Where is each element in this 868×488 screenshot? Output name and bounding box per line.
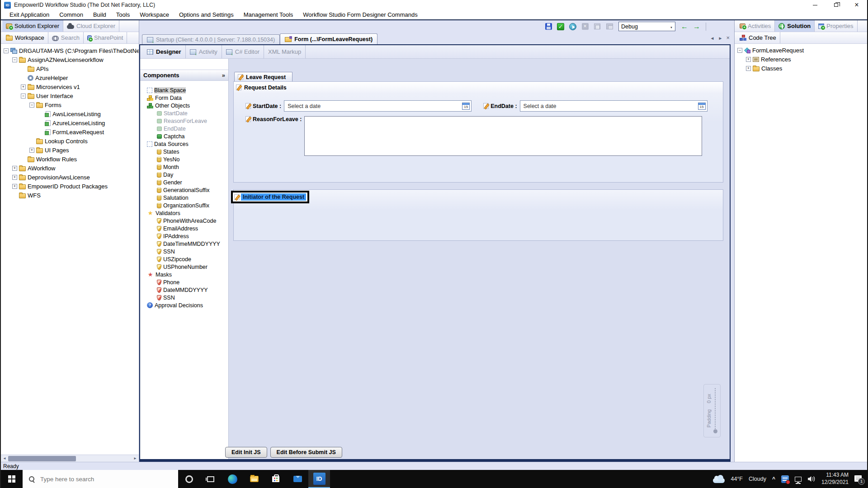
startdate-input[interactable]: Select a date 15 [284,100,472,112]
tree-item[interactable]: Forms [2,100,139,109]
tab-properties[interactable]: Properties [815,20,857,32]
component-item[interactable]: Form Data [140,94,228,102]
menu-build[interactable]: Build [88,10,111,19]
horizontal-scrollbar[interactable]: ◄ ► [1,455,139,462]
component-item[interactable]: USPhoneNumber [140,263,228,271]
component-item[interactable]: Salutation [140,194,228,202]
start-button[interactable] [1,470,23,488]
edit-pencil-icon[interactable] [245,116,251,122]
maximize-button[interactable] [826,0,846,10]
tab-activities[interactable]: Activities [736,20,775,32]
tab-workspace[interactable]: Workspace [2,32,48,43]
edit-before-submit-js-button[interactable]: Edit Before Submit JS [270,447,342,458]
taskbar-app-edge[interactable] [222,470,243,488]
tab-search[interactable]: Search [48,32,84,43]
component-item[interactable]: EmailAddress [140,225,228,232]
component-item[interactable]: Phone [140,278,228,286]
expander-minus-icon[interactable] [12,57,17,62]
component-item[interactable]: Day [140,171,228,178]
taskbar-app-cortana[interactable] [178,470,200,488]
tree-item[interactable]: UI Pages [2,145,139,155]
edit-init-js-button[interactable]: Edit Init JS [225,447,267,458]
tab-designer[interactable]: Designer [143,45,186,58]
reason-textarea[interactable] [304,116,702,156]
component-item[interactable]: DateTimeMMDDYYYY [140,240,228,248]
form-canvas[interactable]: Leave Request Request Details StartDate … [229,59,730,459]
expander-plus-icon[interactable] [746,66,751,71]
taskbar-clock[interactable]: 11:43 AM 12/29/2021 [821,472,849,486]
close-button[interactable] [846,0,867,10]
tab-xml-markup[interactable]: XML Markup [264,45,306,58]
request-details-header[interactable]: Request Details [234,82,723,93]
tab-scroll-left-icon[interactable] [710,36,715,41]
component-item[interactable]: GenerationalSuffix [140,186,228,194]
tree-item[interactable]: Lookup Controls [2,136,139,145]
expander-plus-icon[interactable] [12,166,17,171]
tab-activity[interactable]: Activity [186,45,222,58]
tree-item[interactable]: User Interface [2,91,139,100]
menu-common[interactable]: Common [54,10,88,19]
calendar-icon[interactable]: 15 [698,103,706,110]
tree-item[interactable]: AssignAZNewLicenseorkflow [2,55,139,64]
navigate-forward-button[interactable]: → [692,22,702,32]
expander-minus-icon[interactable] [29,103,34,108]
tree-item[interactable]: AzureLicenseListing [2,118,139,127]
notification-area[interactable]: 1 [854,475,862,483]
menu-management-tools[interactable]: Management Tools [239,10,298,19]
save-button[interactable] [543,22,553,32]
menu-tools[interactable]: Tools [111,10,135,19]
taskbar-search[interactable] [23,470,178,488]
component-item[interactable]: Blank Space [140,86,228,94]
validate-button[interactable] [556,22,566,32]
scroll-right-button[interactable]: ► [132,455,139,462]
tree-item[interactable]: DeprovisionAwsLicense [2,173,139,182]
component-item[interactable]: States [140,148,228,155]
component-item[interactable]: Month [140,163,228,171]
component-item[interactable]: USZipcode [140,255,228,263]
taskbar-app-store[interactable] [265,470,287,488]
edit-pencil-icon[interactable] [483,103,489,109]
component-item[interactable]: Validators [140,209,228,217]
tab-close-icon[interactable] [726,36,730,41]
ruler-handle[interactable] [713,429,717,433]
component-item[interactable]: Captcha [140,132,228,140]
component-item[interactable]: IPAddress [140,232,228,240]
expander-minus-icon[interactable] [737,48,742,53]
initiator-section[interactable]: Initiator of the Request [233,189,723,241]
expander-plus-icon[interactable] [29,148,34,153]
network-icon[interactable] [795,477,802,482]
tree-item[interactable]: WFS [2,191,139,200]
padding-ruler[interactable]: Padding 0 px [703,384,721,437]
selected-section-header[interactable]: Initiator of the Request [231,191,309,203]
component-item[interactable]: SSN [140,248,228,255]
component-item[interactable]: OrganizationSuffix [140,202,228,209]
expander-minus-icon[interactable] [4,48,9,53]
expander-minus-icon[interactable] [21,94,26,99]
weather-condition[interactable]: Cloudy [749,476,766,482]
search-input[interactable] [40,476,167,483]
tab-solution-explorer[interactable]: Solution Explorer [2,20,63,32]
form-page-tab[interactable]: Leave Request [234,72,292,82]
tree-item[interactable]: AwsLicenseListing [2,109,139,118]
tree-item[interactable]: Classes [736,64,867,73]
menu-workspace[interactable]: Workspace [135,10,174,19]
collapse-chevron-icon[interactable] [222,72,225,79]
weather-temp[interactable]: 44°F [731,476,743,482]
tab-code-tree[interactable]: Code Tree [736,32,780,43]
run-button[interactable] [568,22,578,32]
tab-startup-document[interactable]: Startup (Client: 4.0.0.0 | Server: 7.188… [142,34,280,44]
tree-item[interactable]: EmpowerID Product Packages [2,182,139,191]
taskbar-app-explorer[interactable] [243,470,265,488]
component-item[interactable]: Masks [140,271,228,278]
component-item[interactable]: DateMMDDYYYY [140,286,228,294]
component-item[interactable]: SSN [140,294,228,301]
tree-item[interactable]: FormLeaveRequest [736,46,867,55]
request-details-section[interactable]: Request Details StartDate : Select a dat… [233,81,723,183]
tree-item[interactable]: Microservices v1 [2,82,139,91]
tab-solution[interactable]: Solution [775,20,815,32]
tab-cloud-explorer[interactable]: Cloud Explorer [63,20,119,32]
taskbar-app-empowerid[interactable]: ID [308,470,330,488]
scroll-left-button[interactable]: ◄ [1,455,8,462]
calendar-icon[interactable]: 15 [462,103,470,110]
taskbar-app-mail[interactable] [287,470,308,488]
